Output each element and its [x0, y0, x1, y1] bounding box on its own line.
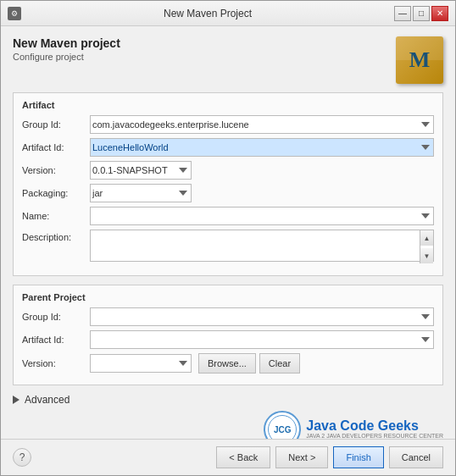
jcg-circle-inner: JCG — [268, 415, 297, 439]
packaging-label: Packaging: — [22, 188, 90, 198]
clear-button[interactable]: Clear — [259, 353, 300, 374]
description-container: ▲ ▼ — [90, 230, 434, 264]
textarea-scrollbar: ▲ ▼ — [420, 230, 433, 263]
page-subtitle: Configure project — [13, 52, 396, 62]
parent-artifact-id-select[interactable] — [90, 330, 434, 349]
browse-button[interactable]: Browse... — [198, 353, 256, 374]
parent-artifact-id-label: Artifact Id: — [22, 335, 90, 345]
parent-group-id-row: Group Id: — [22, 307, 434, 326]
window-title: New Maven Project — [21, 8, 394, 19]
finish-button[interactable]: Finish — [333, 446, 383, 468]
scroll-up-arrow[interactable]: ▲ — [420, 230, 433, 246]
parent-group-id-select[interactable] — [90, 307, 434, 326]
close-button[interactable]: ✕ — [431, 6, 448, 21]
name-row: Name: — [22, 207, 434, 225]
version-select[interactable]: 0.0.1-SNAPSHOT 1.0.0 1.0.0-SNAPSHOT — [90, 161, 192, 180]
packaging-row: Packaging: jar war pom ear — [22, 184, 434, 202]
description-textarea[interactable] — [90, 230, 434, 262]
parent-version-label: Version: — [22, 358, 90, 368]
page-header: New Maven project Configure project M — [13, 36, 443, 84]
parent-version-select[interactable] — [90, 354, 192, 373]
version-label: Version: — [22, 165, 90, 175]
advanced-triangle-icon — [13, 396, 19, 404]
footer-buttons: < Back Next > Finish Cancel — [216, 446, 443, 468]
version-row: Version: 0.0.1-SNAPSHOT 1.0.0 1.0.0-SNAP… — [22, 161, 434, 180]
window-icon: ⚙ — [8, 7, 21, 20]
scroll-down-arrow[interactable]: ▼ — [420, 248, 433, 263]
jcg-logo: JCG Java Code Geeks JAVA 2 JAVA DEVELOPE… — [264, 411, 443, 439]
advanced-label: Advanced — [25, 394, 70, 406]
maven-logo-letter: M — [409, 47, 431, 73]
maximize-button[interactable]: □ — [413, 6, 430, 21]
page-title: New Maven project — [13, 36, 396, 50]
jcg-name: Java Code Geeks — [306, 419, 443, 433]
main-window: ⚙ New Maven Project — □ ✕ New Maven proj… — [0, 0, 456, 476]
footer-left: ? — [13, 448, 31, 467]
group-id-label: Group Id: — [22, 119, 90, 130]
artifact-id-row: Artifact Id: LuceneHelloWorld — [22, 138, 434, 157]
jcg-subtitle: JAVA 2 JAVA DEVELOPERS RESOURCE CENTER — [306, 433, 443, 439]
parent-artifact-id-row: Artifact Id: — [22, 330, 434, 349]
description-row: Description: ▲ ▼ — [22, 230, 434, 264]
artifact-section: Artifact Group Id: com.javacodegeeks.ent… — [13, 92, 443, 276]
cancel-button[interactable]: Cancel — [389, 446, 443, 468]
group-id-row: Group Id: com.javacodegeeks.enterprise.l… — [22, 115, 434, 134]
parent-section: Parent Project Group Id: Artifact Id: Ve… — [13, 285, 443, 385]
jcg-circle: JCG — [264, 411, 301, 439]
group-id-select[interactable]: com.javacodegeeks.enterprise.lucene — [90, 115, 434, 134]
logo-area: JCG Java Code Geeks JAVA 2 JAVA DEVELOPE… — [13, 411, 443, 439]
description-label: Description: — [22, 230, 90, 242]
advanced-row[interactable]: Advanced — [13, 394, 443, 406]
maven-logo: M — [396, 36, 443, 84]
jcg-text: Java Code Geeks JAVA 2 JAVA DEVELOPERS R… — [306, 419, 443, 439]
window-controls: — □ ✕ — [394, 6, 448, 21]
next-button[interactable]: Next > — [275, 446, 328, 468]
title-bar: ⚙ New Maven Project — □ ✕ — [1, 1, 455, 26]
artifact-id-select[interactable]: LuceneHelloWorld — [90, 138, 434, 157]
help-button[interactable]: ? — [13, 448, 31, 467]
packaging-select[interactable]: jar war pom ear — [90, 184, 192, 202]
back-button[interactable]: < Back — [216, 446, 270, 468]
artifact-section-label: Artifact — [22, 100, 434, 110]
parent-section-label: Parent Project — [22, 292, 434, 302]
parent-group-id-label: Group Id: — [22, 312, 90, 322]
parent-version-row: Version: Browse... Clear — [22, 353, 434, 374]
footer: ? < Back Next > Finish Cancel — [1, 439, 455, 475]
content-area: New Maven project Configure project M Ar… — [1, 26, 455, 439]
name-select[interactable] — [90, 207, 434, 225]
name-label: Name: — [22, 211, 90, 221]
artifact-id-label: Artifact Id: — [22, 142, 90, 152]
header-text: New Maven project Configure project — [13, 36, 396, 70]
minimize-button[interactable]: — — [394, 6, 411, 21]
